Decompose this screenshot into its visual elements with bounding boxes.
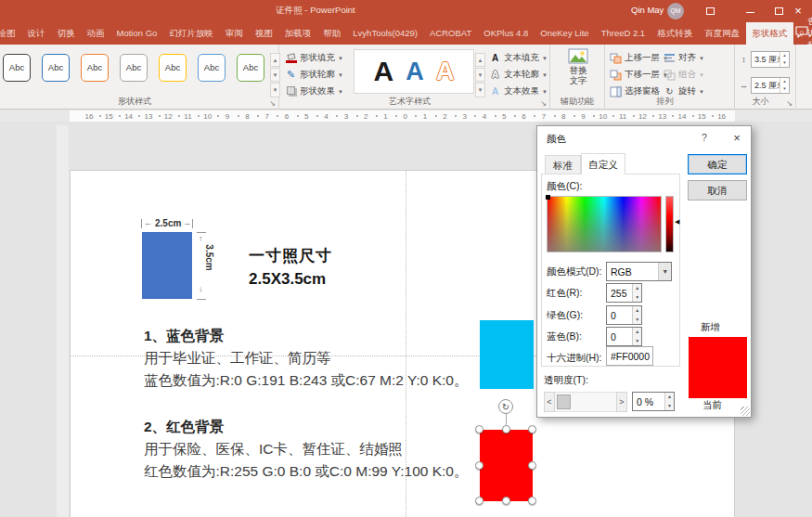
rotation-handle[interactable]: ↻ — [498, 399, 513, 414]
width-spinner[interactable]: ▲▼ — [780, 78, 789, 93]
spin-up-icon[interactable]: ▲ — [633, 306, 641, 316]
tab-审阅[interactable]: 审阅 — [219, 22, 249, 45]
transparency-slider-right-button[interactable]: > — [616, 392, 627, 412]
spin-up-icon[interactable]: ▲ — [665, 393, 674, 402]
tab-OKPlus 4.8[interactable]: OKPlus 4.8 — [478, 22, 535, 45]
tab-OneKey Lite[interactable]: OneKey Lite — [535, 22, 595, 45]
luminance-marker-icon[interactable]: ◀ — [675, 218, 679, 226]
dialog-launcher-icon[interactable]: ↘ — [269, 99, 276, 108]
tab-幻灯片放映[interactable]: 幻灯片放映 — [163, 22, 220, 45]
text-outline-button[interactable]: A 文本轮廓▼ — [489, 67, 548, 83]
spin-down-icon[interactable]: ▼ — [633, 337, 641, 346]
shape-style-thumb-6[interactable]: Abc — [198, 54, 226, 82]
shape-style-thumb-7[interactable]: Abc — [237, 54, 264, 82]
tab-custom[interactable]: 自定义 — [581, 153, 625, 174]
wordart-style-3[interactable]: A — [436, 59, 455, 84]
green-input[interactable] — [607, 306, 632, 324]
bring-forward-button[interactable]: 上移一层▼ — [610, 50, 668, 66]
send-backward-button[interactable]: 下移一层▼ — [610, 67, 668, 83]
resize-handle-ne[interactable] — [528, 425, 536, 433]
transparency-spinner[interactable]: ▲▼ — [664, 393, 674, 410]
height-spinner[interactable]: ▲▼ — [780, 52, 789, 67]
wordart-style-1[interactable]: A — [374, 58, 394, 85]
ok-button[interactable]: 确定 — [688, 154, 747, 174]
resize-grip[interactable] — [741, 407, 750, 416]
transparency-field[interactable]: ▲▼ — [632, 392, 675, 411]
tab-Motion Go[interactable]: Motion Go — [110, 22, 163, 45]
ribbon-display-options-button[interactable] — [696, 0, 724, 22]
red-spinner[interactable]: ▲▼ — [632, 284, 641, 302]
tab-格式转换[interactable]: 格式转换 — [651, 22, 699, 45]
photo-size-value[interactable]: 2.5X3.5cm — [249, 270, 326, 289]
red-field[interactable]: ▲▼ — [606, 283, 642, 303]
horizontal-ruler[interactable]: 1615141312111098765432101234567891011121… — [0, 110, 812, 122]
color-mode-select[interactable]: ▼ — [606, 262, 672, 281]
chevron-down-icon[interactable]: ▼ — [658, 263, 671, 280]
spin-down-icon[interactable]: ▼ — [665, 402, 674, 411]
section2-heading[interactable]: 2、红色背景 — [144, 418, 224, 437]
tab-设计[interactable]: 设计 — [21, 22, 51, 45]
shape-style-thumb-1[interactable]: Abc — [3, 54, 31, 82]
blue-input[interactable] — [607, 328, 632, 345]
section1-heading[interactable]: 1、蓝色背景 — [144, 327, 224, 346]
blue-field[interactable]: ▲▼ — [606, 327, 642, 346]
dialog-launcher-icon[interactable]: ↘ — [786, 99, 793, 108]
tab-ACROBAT[interactable]: ACROBAT — [424, 22, 478, 45]
tab-standard[interactable]: 标准 — [545, 155, 581, 174]
spin-down-icon[interactable]: ▼ — [780, 59, 789, 67]
blue-photo-rect[interactable] — [142, 232, 192, 299]
wordart-down-button[interactable]: ▼ — [475, 68, 485, 82]
shape-style-thumb-4[interactable]: Abc — [120, 54, 148, 82]
help-button[interactable]: ? — [697, 132, 712, 143]
section2-line1[interactable]: 用于保险、医保、IC卡、暂住证、结婚照 — [144, 440, 403, 459]
shape-style-thumb-3[interactable]: Abc — [81, 54, 109, 82]
color-gradient-picker[interactable] — [547, 196, 662, 252]
green-spinner[interactable]: ▲▼ — [632, 306, 641, 324]
transparency-slider-left-button[interactable]: < — [544, 392, 555, 412]
section1-line1[interactable]: 用于毕业证、工作证、简历等 — [144, 349, 331, 368]
spin-up-icon[interactable]: ▲ — [633, 328, 641, 337]
shape-style-thumb-5[interactable]: Abc — [159, 54, 187, 82]
alt-text-button[interactable]: 替换 文字 — [554, 48, 602, 97]
tab-视图[interactable]: 视图 — [249, 22, 278, 45]
tab-ThreeD 2.1[interactable]: ThreeD 2.1 — [595, 22, 651, 45]
tab-形状格式[interactable]: 形状格式 — [746, 22, 793, 45]
tab-百度网盘[interactable]: 百度网盘 — [699, 22, 746, 45]
shape-style-thumb-2[interactable]: Abc — [42, 54, 70, 82]
spin-up-icon[interactable]: ▲ — [633, 284, 641, 293]
spin-down-icon[interactable]: ▼ — [633, 316, 641, 325]
avatar[interactable]: QM — [667, 3, 684, 19]
blue-spinner[interactable]: ▲▼ — [632, 328, 641, 345]
text-fill-button[interactable]: A 文本填充▼ — [489, 50, 548, 66]
section2-line2[interactable]: 红色数值为:R:255 G:0 B:0 或C:0 M:99 Y:100 K:0。 — [144, 462, 468, 482]
tab-绘图[interactable]: 绘图 — [0, 22, 21, 45]
transparency-slider-thumb[interactable] — [557, 394, 571, 409]
green-field[interactable]: ▲▼ — [606, 305, 642, 325]
resize-handle-n[interactable] — [502, 425, 510, 433]
section1-line2[interactable]: 蓝色数值为:R:0 G:191 B:243 或C:67 M:2 Y:0 K:0。 — [144, 371, 468, 391]
account-name[interactable]: Qin May — [631, 5, 664, 15]
tab-帮助[interactable]: 帮助 — [317, 22, 347, 45]
spin-up-icon[interactable]: ▲ — [780, 78, 789, 85]
resize-handle-sw[interactable] — [475, 497, 483, 505]
hex-field[interactable] — [606, 346, 653, 366]
transparency-input[interactable] — [633, 393, 664, 410]
red-input[interactable] — [607, 284, 632, 302]
wordart-gallery[interactable]: A A A — [354, 49, 474, 94]
red-rect[interactable] — [480, 430, 533, 501]
shape-width-field[interactable]: ▲▼ — [751, 77, 790, 94]
tab-切换[interactable]: 切换 — [51, 22, 81, 45]
resize-handle-s[interactable] — [502, 497, 510, 505]
spin-down-icon[interactable]: ▼ — [780, 85, 789, 93]
photo-size-title[interactable]: 一寸照尺寸 — [249, 245, 332, 266]
vertical-ruler[interactable] — [57, 125, 69, 517]
resize-handle-nw[interactable] — [475, 425, 483, 433]
comments-icon[interactable] — [795, 26, 808, 38]
tab-动画[interactable]: 动画 — [81, 22, 110, 45]
shape-height-input[interactable] — [752, 52, 780, 67]
align-button[interactable]: 对齐▼ — [664, 50, 704, 66]
resize-handle-se[interactable] — [528, 497, 536, 505]
color-picker-marker[interactable] — [546, 195, 550, 200]
tab-LvyhTools(0429)[interactable]: LvyhTools(0429) — [347, 22, 424, 45]
dialog-launcher-icon[interactable]: ↘ — [540, 99, 547, 108]
